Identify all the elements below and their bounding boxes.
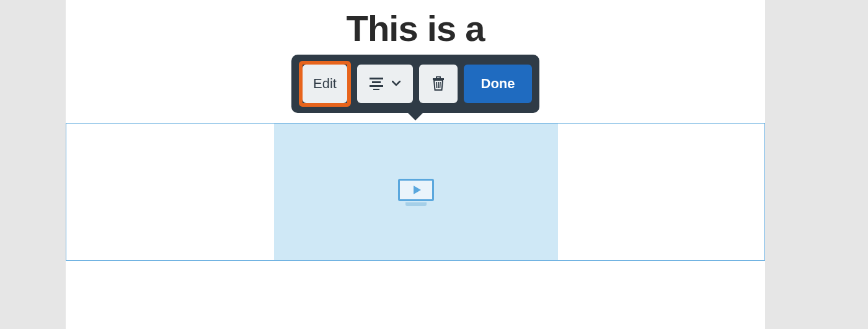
svg-rect-4 <box>436 76 440 78</box>
edit-highlight: Edit <box>299 61 351 107</box>
edit-button[interactable]: Edit <box>303 65 347 103</box>
selected-block-outline[interactable] <box>66 123 765 261</box>
block-toolbar: Edit <box>291 55 539 113</box>
delete-button[interactable] <box>419 65 458 103</box>
align-dropdown-button[interactable] <box>357 65 413 103</box>
align-center-icon <box>370 78 383 90</box>
page-title: This is a <box>346 7 484 49</box>
trash-icon <box>432 76 445 91</box>
svg-line-6 <box>436 82 437 88</box>
video-icon <box>398 179 434 205</box>
svg-rect-0 <box>370 78 383 79</box>
done-button[interactable]: Done <box>464 65 532 103</box>
svg-rect-3 <box>373 89 379 90</box>
svg-rect-2 <box>370 85 383 87</box>
done-button-label: Done <box>481 76 515 92</box>
toolbar-container: Edit <box>291 55 539 113</box>
page-canvas: This is a Edit <box>66 0 765 329</box>
svg-rect-1 <box>372 81 381 83</box>
media-placeholder[interactable] <box>274 124 558 260</box>
chevron-down-icon <box>392 81 401 87</box>
svg-line-8 <box>440 82 441 88</box>
edit-button-label: Edit <box>313 76 337 92</box>
